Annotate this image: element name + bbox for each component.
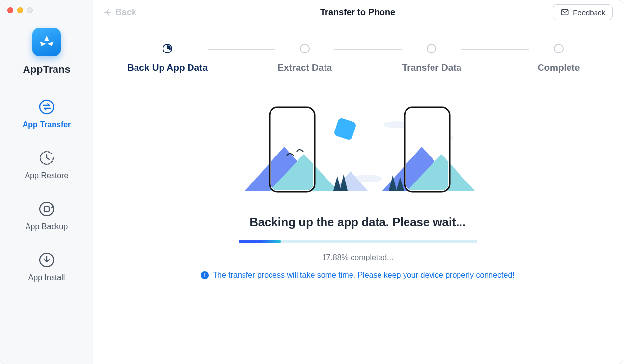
sidebar-nav: App Transfer App Restore [0,99,93,282]
sidebar-item-label: App Restore [25,171,69,180]
app-logo-icon [32,28,61,56]
svg-point-0 [40,100,54,114]
step-extract: Extract Data [275,44,334,73]
sidebar-item-install[interactable]: App Install [0,252,93,282]
step-backup: Back Up App Data [127,44,208,73]
restore-icon [38,150,55,166]
step-connector [208,49,275,50]
transfer-illustration [93,98,623,201]
step-label: Back Up App Data [127,62,208,73]
status-block: Backing up the app data. Please wait... … [93,215,623,280]
step-circle-icon [427,44,436,53]
svg-rect-2 [44,207,49,211]
window: AppTrans App Transfer [0,0,623,364]
sidebar-item-backup[interactable]: App Backup [0,201,93,231]
step-transfer: Transfer Data [402,44,461,73]
transfer-icon [38,99,55,115]
brand: AppTrans [0,28,93,75]
main: Back Transfer to Phone Feedback Back Up … [93,0,623,364]
progress-bar [239,240,477,243]
sidebar-item-label: App Transfer [23,120,71,129]
maximize-window-button[interactable] [27,7,33,13]
sidebar-item-transfer[interactable]: App Transfer [0,99,93,129]
arrow-left-icon [103,7,113,18]
progress-stepper: Back Up App Data Extract Data Transfer D… [93,24,623,78]
page-title: Transfer to Phone [320,7,395,18]
install-icon [38,252,55,268]
close-window-button[interactable] [7,7,13,13]
step-connector [334,49,402,50]
step-circle-icon [554,44,564,53]
step-connector [461,49,529,50]
progress-text: 17.88% completed... [322,253,394,262]
backup-icon [38,201,55,217]
hint-label: The transfer process will take some time… [213,271,515,280]
step-complete: Complete [529,44,588,73]
step-label: Complete [538,62,580,73]
step-label: Transfer Data [402,62,461,73]
step-label: Extract Data [277,62,332,73]
feedback-label: Feedback [573,8,605,17]
sidebar-item-label: App Backup [26,222,68,231]
hint-text: ! The transfer process will take some ti… [201,271,515,280]
back-button: Back [103,7,136,18]
feedback-button[interactable]: Feedback [553,4,613,20]
header: Back Transfer to Phone Feedback [93,0,623,24]
progress-fill [239,240,281,243]
window-controls [0,7,93,16]
sidebar-item-label: App Install [28,273,65,282]
minimize-window-button[interactable] [17,7,23,13]
sidebar-item-restore[interactable]: App Restore [0,150,93,180]
app-name: AppTrans [23,63,71,75]
mail-icon [560,8,569,17]
svg-rect-26 [333,117,357,141]
status-title: Backing up the app data. Please wait... [249,215,465,229]
info-icon: ! [201,271,209,279]
sidebar: AppTrans App Transfer [0,0,93,364]
step-circle-icon [163,44,172,53]
step-circle-icon [300,44,310,53]
back-label: Back [115,7,136,18]
